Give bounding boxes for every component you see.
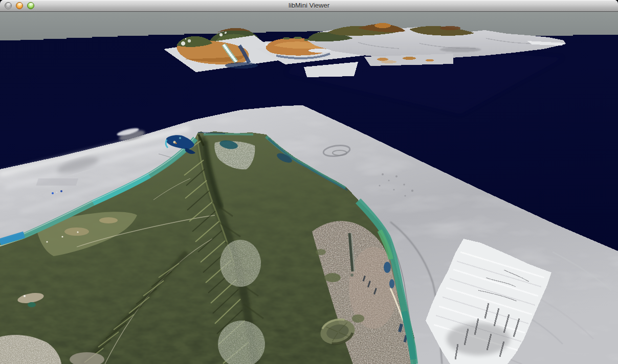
terrain-scene-canvas	[0, 12, 618, 364]
window-title: libMini Viewer	[0, 0, 618, 11]
ship-dot	[60, 190, 62, 192]
window-titlebar[interactable]: libMini Viewer	[0, 0, 618, 12]
app-window: libMini Viewer	[0, 0, 618, 364]
pond	[28, 302, 36, 307]
screen: libMini Viewer	[0, 0, 618, 364]
viewer-3d-viewport[interactable]	[0, 12, 618, 364]
ship-dot	[52, 192, 54, 194]
